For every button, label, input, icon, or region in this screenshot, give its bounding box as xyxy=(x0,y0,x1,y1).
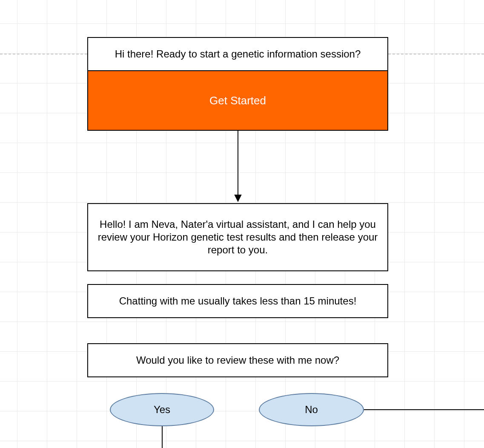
edges-layer xyxy=(0,0,484,448)
diagram-canvas[interactable]: Hi there! Ready to start a genetic infor… xyxy=(0,0,484,448)
